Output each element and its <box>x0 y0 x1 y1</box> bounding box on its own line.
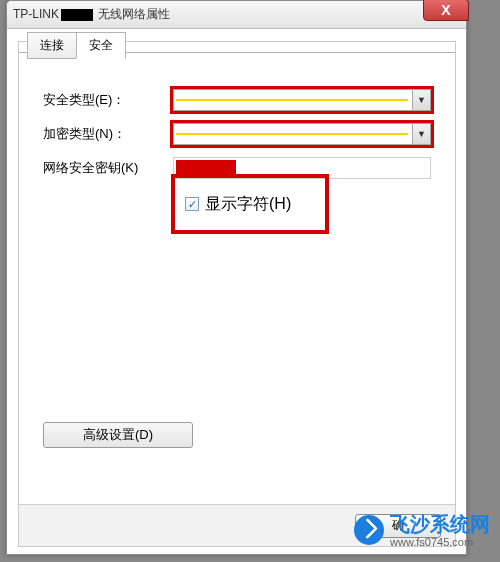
encryption-type-combo[interactable]: ▼ <box>173 123 431 145</box>
security-type-label: 安全类型(E)： <box>43 91 173 109</box>
row-network-key: 网络安全密钥(K) <box>43 156 431 180</box>
security-type-combo[interactable]: ▼ <box>173 89 431 111</box>
close-icon: X <box>441 2 450 18</box>
dialog-body: 连接 安全 安全类型(E)： ▼ 加密类型(N)： ▼ 网络安全密钥(K) <box>18 41 456 547</box>
chevron-down-icon: ▼ <box>412 90 430 110</box>
close-button[interactable]: X <box>423 0 469 21</box>
watermark-logo-icon <box>354 515 384 545</box>
advanced-settings-button[interactable]: 高级设置(D) <box>43 422 193 448</box>
watermark: 飞沙系统网 www.fs0745.com <box>354 511 490 548</box>
redacted-key <box>176 160 236 176</box>
tab-bar: 连接 安全 <box>27 32 125 59</box>
watermark-url: www.fs0745.com <box>390 536 490 548</box>
watermark-name: 飞沙系统网 <box>390 513 490 535</box>
window-title: TP-LINK 无线网络属性 <box>13 6 460 23</box>
row-encryption-type: 加密类型(N)： ▼ <box>43 122 431 146</box>
titlebar[interactable]: TP-LINK 无线网络属性 X <box>7 1 466 29</box>
tab-connection[interactable]: 连接 <box>27 32 77 59</box>
network-key-input[interactable] <box>173 157 431 179</box>
redacted-ssid <box>61 9 93 21</box>
dialog-window: TP-LINK 无线网络属性 X 连接 安全 安全类型(E)： ▼ 加密类型(N… <box>6 0 467 555</box>
security-form: 安全类型(E)： ▼ 加密类型(N)： ▼ 网络安全密钥(K) <box>43 88 431 190</box>
chevron-down-icon: ▼ <box>412 124 430 144</box>
show-characters-checkbox[interactable]: ✓ <box>185 197 199 211</box>
check-icon: ✓ <box>188 198 197 211</box>
network-key-label: 网络安全密钥(K) <box>43 159 173 177</box>
tab-security-label: 安全 <box>89 38 113 52</box>
encryption-type-label: 加密类型(N)： <box>43 125 173 143</box>
tab-security[interactable]: 安全 <box>76 32 126 59</box>
advanced-settings-label: 高级设置(D) <box>83 426 153 444</box>
row-security-type: 安全类型(E)： ▼ <box>43 88 431 112</box>
show-characters-label: 显示字符(H) <box>205 194 291 215</box>
tab-connection-label: 连接 <box>40 38 64 52</box>
show-characters-region: ✓ 显示字符(H) <box>175 178 325 230</box>
